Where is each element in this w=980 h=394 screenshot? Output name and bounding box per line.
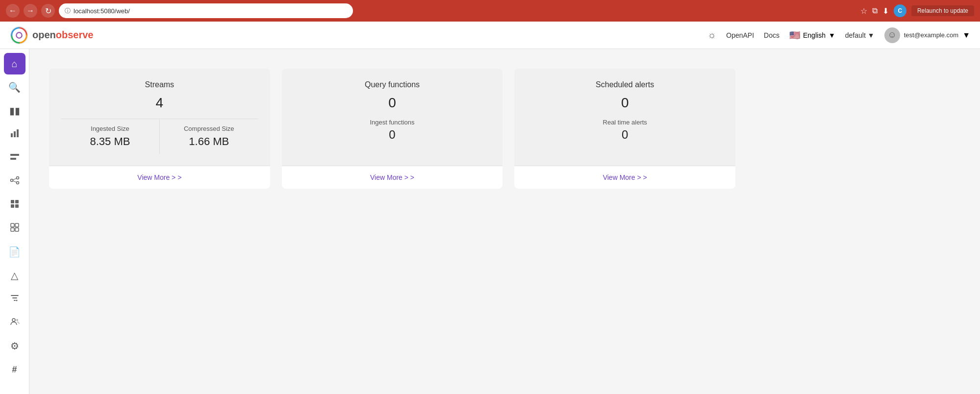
svg-point-22	[16, 319, 18, 321]
streams-count: 4	[61, 95, 258, 111]
avatar: ☺	[884, 27, 900, 43]
streams-card-body: Streams 4 Ingested Size 8.35 MB Compress…	[49, 69, 270, 166]
org-chevron-icon: ▼	[868, 31, 875, 39]
dashboards-icon	[10, 199, 20, 211]
address-bar[interactable]: ⓘ localhost:5080/web/	[59, 3, 353, 18]
settings-icon: ⚙	[10, 340, 19, 352]
alerts-secondary-stats: Real time alerts 0	[526, 119, 724, 142]
browser-chrome: ← → ↻ ⓘ localhost:5080/web/ ☆ ⧉ ⬇ C Rela…	[0, 0, 980, 22]
ingest-functions-value: 0	[294, 128, 491, 142]
browser-actions: ☆ ⧉ ⬇ C Relaunch to update	[860, 4, 974, 17]
alerts-card: Scheduled alerts 0 Real time alerts 0 Vi…	[514, 69, 735, 189]
sidebar-item-traces[interactable]	[4, 147, 25, 169]
logo-text: openobserve	[32, 29, 94, 41]
svg-line-11	[13, 181, 16, 182]
sidebar: ⌂ 🔍 ▮▮	[0, 49, 29, 394]
reports-icon	[10, 222, 20, 235]
streams-card: Streams 4 Ingested Size 8.35 MB Compress…	[49, 69, 270, 189]
app-body: ⌂ 🔍 ▮▮	[0, 49, 980, 394]
svg-line-10	[13, 178, 16, 180]
svg-rect-13	[15, 200, 19, 203]
functions-title: Query functions	[294, 80, 491, 89]
functions-view-more[interactable]: View More > >	[370, 173, 414, 181]
svg-rect-6	[10, 158, 16, 160]
functions-card-body: Query functions 0 Ingest functions 0	[282, 69, 503, 166]
extension-button[interactable]: ⧉	[872, 6, 878, 15]
back-button[interactable]: ←	[6, 4, 20, 18]
svg-point-9	[16, 181, 19, 184]
svg-point-0	[11, 26, 27, 43]
url-text: localhost:5080/web/	[74, 7, 130, 15]
ingest-functions-label: Ingest functions	[294, 119, 491, 126]
bar-chart-icon: ▮▮	[9, 105, 20, 117]
bookmark-button[interactable]: ☆	[860, 6, 867, 16]
secure-icon: ⓘ	[65, 7, 71, 15]
svg-rect-12	[11, 200, 14, 203]
alerts-view-more[interactable]: View More > >	[603, 173, 647, 181]
functions-card: Query functions 0 Ingest functions 0 Vie…	[282, 69, 503, 189]
sidebar-item-reports[interactable]	[4, 218, 25, 239]
docs-link[interactable]: Docs	[764, 31, 779, 39]
functions-card-footer: View More > >	[282, 166, 503, 189]
svg-point-20	[16, 299, 17, 301]
traces-icon	[10, 152, 20, 164]
sidebar-item-alerts[interactable]: △	[4, 265, 25, 286]
sidebar-item-dashboards[interactable]	[4, 194, 25, 216]
sidebar-item-settings[interactable]: ⚙	[4, 335, 25, 357]
org-text: default	[845, 31, 866, 39]
scheduled-alerts-count: 0	[526, 95, 724, 111]
user-menu[interactable]: ☺ test@example.com ▼	[884, 27, 970, 43]
svg-rect-2	[11, 133, 13, 137]
main-content: Streams 4 Ingested Size 8.35 MB Compress…	[29, 49, 980, 394]
flag-icon: 🇺🇸	[789, 30, 800, 41]
compressed-size-value: 1.66 MB	[164, 135, 254, 148]
alerts-icon: △	[11, 270, 18, 281]
org-selector[interactable]: default ▼	[845, 31, 875, 39]
profile-circle[interactable]: C	[894, 4, 906, 17]
scheduled-alerts-title: Scheduled alerts	[526, 80, 724, 89]
svg-point-1	[16, 32, 22, 38]
streams-view-more[interactable]: View More > >	[137, 173, 181, 181]
sidebar-item-pipelines[interactable]	[4, 171, 25, 192]
sidebar-item-filters[interactable]	[4, 288, 25, 310]
functions-count: 0	[294, 95, 491, 111]
svg-point-7	[10, 179, 13, 181]
openapi-link[interactable]: OpenAPI	[726, 31, 754, 39]
sidebar-item-search[interactable]: 🔍	[4, 76, 25, 98]
forward-button[interactable]: →	[24, 4, 37, 18]
streams-title: Streams	[61, 80, 258, 89]
sidebar-item-home[interactable]: ⌂	[4, 53, 25, 74]
home-icon: ⌂	[11, 58, 17, 70]
svg-rect-14	[11, 204, 14, 208]
user-email: test@example.com	[904, 31, 958, 39]
compressed-size-stat: Compressed Size 1.66 MB	[160, 119, 258, 154]
realtime-alerts-value: 0	[526, 128, 724, 142]
compressed-size-label: Compressed Size	[164, 125, 254, 132]
sidebar-item-logs[interactable]: ▮▮	[4, 100, 25, 122]
sidebar-item-metrics[interactable]	[4, 123, 25, 145]
streams-card-footer: View More > >	[49, 166, 270, 189]
pages-icon: 📄	[8, 246, 21, 258]
download-button[interactable]: ⬇	[882, 6, 889, 16]
sidebar-item-pages[interactable]: 📄	[4, 241, 25, 263]
logo-icon	[10, 26, 28, 45]
svg-rect-5	[10, 154, 19, 156]
ingested-size-value: 8.35 MB	[65, 135, 155, 148]
svg-point-21	[12, 319, 15, 321]
iam-icon	[10, 317, 20, 329]
ingested-size-label: Ingested Size	[65, 125, 155, 132]
reload-button[interactable]: ↻	[41, 4, 55, 18]
svg-rect-19	[15, 228, 19, 231]
sidebar-item-integrations[interactable]: #	[4, 359, 25, 380]
language-selector[interactable]: 🇺🇸 English ▼	[789, 30, 835, 41]
functions-secondary-stats: Ingest functions 0	[294, 119, 491, 142]
relaunch-button[interactable]: Relaunch to update	[911, 5, 974, 16]
alerts-card-body: Scheduled alerts 0 Real time alerts 0	[514, 69, 735, 166]
logo[interactable]: openobserve	[10, 26, 94, 45]
theme-toggle[interactable]: ☼	[707, 29, 716, 41]
header-right: ☼ OpenAPI Docs 🇺🇸 English ▼ default ▼ ☺ …	[707, 27, 970, 43]
sidebar-item-iam[interactable]	[4, 312, 25, 333]
integrations-icon: #	[12, 365, 17, 375]
svg-rect-16	[11, 223, 14, 227]
filter-icon	[10, 294, 19, 305]
